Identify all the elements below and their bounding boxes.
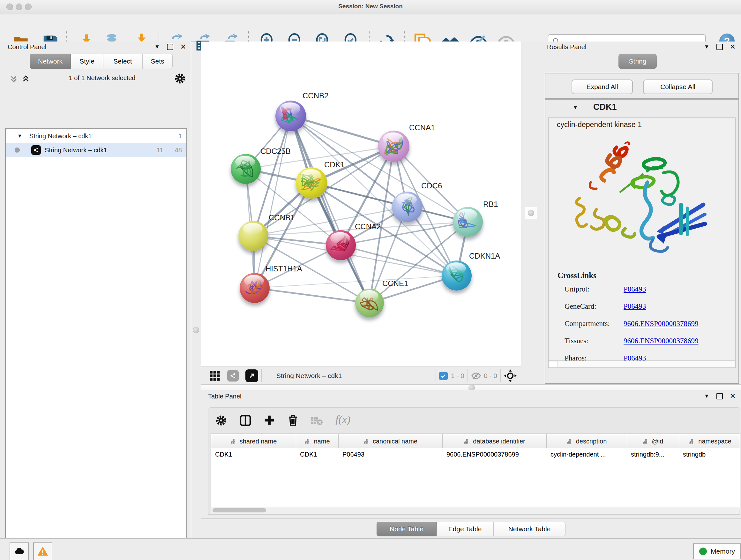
expand-all-networks-icon[interactable] (21, 74, 30, 84)
show-columns-icon[interactable] (239, 414, 252, 427)
table-panel-close-icon[interactable]: ✕ (730, 392, 736, 400)
collapse-all-networks-icon[interactable] (9, 74, 18, 84)
node-CDC25B[interactable] (231, 154, 261, 184)
node-label-CCNE1: CCNE1 (382, 279, 408, 288)
network-status-dot (15, 147, 20, 152)
cloud-icon (14, 546, 24, 557)
column-header-canonical-name[interactable]: canonical name (339, 434, 443, 448)
crosslink-row: Compartments:9606.ENSP00000378699 (564, 320, 731, 328)
node-HIST1H1A[interactable] (240, 273, 270, 303)
canvas-table-splitter[interactable] (201, 384, 741, 391)
crosslink-link[interactable]: P06493 (623, 302, 646, 310)
crosslink-link[interactable]: 9606.ENSP00000378699 (623, 320, 698, 327)
tab-string[interactable]: String (618, 54, 657, 69)
center-view-icon[interactable] (504, 369, 517, 382)
add-column-icon[interactable] (263, 414, 275, 426)
selected-counts: 1 - 0 (451, 372, 464, 380)
crosslink-link[interactable]: 9606.ENSP00000378699 (623, 337, 698, 345)
control-panel-collapse-icon[interactable]: ▼ (154, 44, 160, 50)
node-CDKN1A[interactable] (442, 260, 472, 291)
table-cell[interactable]: stringdb (679, 448, 740, 461)
selection-checkbox[interactable] (439, 372, 448, 380)
birdseye-grid-icon[interactable] (209, 370, 220, 381)
node-gloss (280, 103, 300, 115)
column-type-icon (363, 438, 369, 444)
entry-expander-icon[interactable]: ▼ (572, 104, 578, 111)
control-panel-close-icon[interactable]: ✕ (180, 43, 186, 51)
tab-sets[interactable]: Sets (142, 54, 173, 69)
table-cell[interactable]: 9606.ENSP00000378699 (443, 448, 547, 461)
results-panel-float-icon[interactable] (717, 44, 723, 50)
cloud-status-button[interactable] (10, 543, 29, 560)
warning-button[interactable] (33, 543, 52, 560)
column-header--id[interactable]: @id (627, 434, 679, 448)
network-options-gear-icon[interactable] (174, 73, 186, 84)
window-titlebar: Session: New Session (0, 0, 741, 14)
node-CDC6[interactable] (392, 192, 422, 222)
results-panel-collapse-icon[interactable]: ▼ (704, 44, 710, 50)
network-row[interactable]: String Network – cdk1 11 48 (6, 143, 186, 157)
table-panel-collapse-icon[interactable]: ▼ (704, 393, 710, 399)
node-CCNA2[interactable] (326, 230, 356, 260)
column-header-label: @id (652, 438, 664, 445)
node-RB1[interactable] (453, 207, 483, 237)
node-gloss (244, 275, 264, 287)
column-header-shared-name[interactable]: shared name (211, 434, 296, 448)
collapse-all-button[interactable]: Collapse All (643, 79, 713, 94)
table-cell[interactable]: P06493 (339, 448, 443, 461)
tab-style[interactable]: Style (71, 54, 103, 69)
column-header-namespace[interactable]: namespace (679, 434, 740, 448)
node-CCNA1[interactable] (378, 131, 409, 162)
control-panel-float-icon[interactable] (167, 44, 173, 50)
column-type-icon (643, 438, 649, 444)
node-CCNB2[interactable] (275, 101, 306, 131)
node-gloss (330, 232, 350, 244)
node-label-HIST1H1A: HIST1H1A (266, 264, 302, 273)
canvas-results-splitter[interactable] (521, 42, 544, 384)
crosslink-label: Uniprot: (564, 285, 623, 294)
crosslink-link[interactable]: P06493 (623, 285, 646, 293)
node-CDK1[interactable] (296, 167, 327, 199)
table-hscrollbar[interactable] (211, 507, 739, 514)
control-panel: Control Panel ▼ ✕ Network Style Select S… (0, 42, 191, 538)
node-CCNB1[interactable] (239, 221, 268, 251)
table-cell[interactable]: CDK1 (296, 448, 339, 461)
column-header-database-identifier[interactable]: database identifier (443, 434, 547, 448)
table-row[interactable]: CDK1CDK1P064939606.ENSP00000378699cyclin… (211, 448, 740, 461)
node-CCNE1[interactable] (355, 289, 384, 317)
network-overview-icon[interactable] (227, 370, 239, 381)
hidden-eye-icon[interactable] (471, 371, 481, 381)
network-label: String Network – cdk1 (45, 146, 107, 154)
results-hscrollbar[interactable] (549, 361, 735, 367)
right-splitter-grip[interactable] (528, 210, 534, 216)
table-cell[interactable]: cyclin-dependent ... (547, 448, 627, 461)
node-gloss (446, 262, 466, 274)
tab-network-table[interactable]: Network Table (493, 522, 565, 537)
delete-column-trash-icon[interactable] (287, 414, 299, 426)
tab-network[interactable]: Network (30, 54, 71, 69)
node-gloss (457, 209, 477, 221)
open-in-window-icon[interactable] (246, 369, 258, 382)
column-header-label: description (576, 438, 607, 445)
tab-select[interactable]: Select (103, 54, 142, 69)
network-collection-row[interactable]: ▼ String Network – cdk1 1 (6, 129, 186, 143)
table-settings-gear-icon[interactable] (215, 415, 227, 426)
column-header-description[interactable]: description (547, 434, 627, 448)
tab-edge-table[interactable]: Edge Table (436, 522, 493, 537)
table-cell[interactable]: CDK1 (211, 448, 296, 461)
table-cell[interactable]: stringdb:9... (627, 448, 679, 461)
tab-node-table[interactable]: Node Table (377, 522, 436, 537)
function-builder-icon[interactable]: f(x) (335, 414, 350, 426)
network-canvas[interactable]: CCNB2CCNA1CDC25BCDK1CDC6RB1CCNB1CCNA2CDK… (201, 42, 521, 367)
protein-structure-image (566, 138, 710, 265)
table-hscrollbar-thumb[interactable] (212, 508, 266, 512)
delete-table-icon[interactable] (311, 417, 323, 426)
expand-all-button[interactable]: Expand All (571, 79, 633, 94)
collection-expander-icon[interactable]: ▼ (17, 133, 22, 139)
table-panel-float-icon[interactable] (717, 393, 723, 399)
results-panel-close-icon[interactable]: ✕ (730, 43, 736, 51)
memory-button[interactable]: Memory (693, 543, 741, 559)
left-splitter-grip[interactable] (193, 327, 199, 333)
column-header-name[interactable]: name (296, 434, 339, 448)
column-type-icon (689, 438, 695, 444)
